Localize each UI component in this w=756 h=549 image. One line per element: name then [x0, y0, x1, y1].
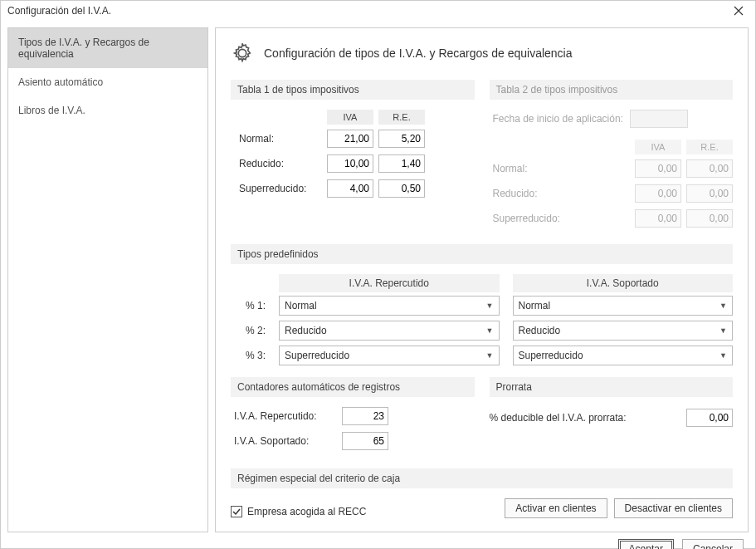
- tabla2-reducido-re: [686, 184, 733, 203]
- sidebar-item-label: Libros de I.V.A.: [18, 105, 85, 116]
- accept-button[interactable]: Aceptar: [618, 539, 674, 549]
- predef-row-3: % 3: Superreducido▼ Superreducido▼: [231, 346, 733, 365]
- row-label: Reducido:: [493, 188, 576, 199]
- row-label: Superreducido:: [493, 213, 576, 224]
- counter-row-sop: I.V.A. Soportado:: [231, 432, 475, 450]
- recc-row: Empresa acogida al RECC Activar en clien…: [231, 498, 733, 518]
- recc-checkbox-label: Empresa acogida al RECC: [247, 506, 366, 517]
- tabla2-date-input[interactable]: [630, 110, 688, 128]
- tabla1-super-iva[interactable]: [327, 179, 373, 198]
- tabla2-super-re: [686, 209, 733, 228]
- tabla2-head-iva: IVA: [635, 140, 681, 154]
- deactivate-clients-button[interactable]: Desactivar en clientes: [614, 498, 733, 518]
- panel-title: Configuración de tipos de I.V.A. y Recar…: [264, 47, 573, 60]
- chevron-down-icon: ▼: [719, 326, 727, 335]
- recc-checkbox[interactable]: [231, 506, 242, 517]
- tabla2-head: IVA R.E.: [493, 140, 734, 154]
- row-label: % 2:: [231, 325, 266, 336]
- select-value: Normal: [285, 300, 317, 311]
- tabla1-row-superreducido: Superreducido:: [239, 179, 475, 198]
- chevron-down-icon: ▼: [719, 351, 727, 360]
- predef-row-2: % 2: Reducido▼ Reducido▼: [231, 321, 733, 341]
- dialog-footer: Aceptar Cancelar: [1, 539, 755, 549]
- gear-icon: [231, 42, 254, 65]
- row-label: % 1:: [231, 300, 266, 311]
- main-panel: Configuración de tipos de I.V.A. y Recar…: [215, 27, 749, 532]
- select-value: Normal: [519, 300, 551, 311]
- tabla1-head-iva: IVA: [327, 110, 373, 125]
- close-button[interactable]: [729, 1, 749, 21]
- select-sop-1[interactable]: Normal▼: [513, 296, 734, 316]
- tabla1-super-re[interactable]: [378, 179, 425, 198]
- sidebar-item-tipos-iva[interactable]: Tipos de I.V.A. y Recargos de equivalenc…: [8, 28, 207, 68]
- tables-row: Tabla 1 de tipos impositivos IVA R.E. No…: [231, 80, 733, 234]
- cancel-button[interactable]: Cancelar: [682, 539, 744, 549]
- tabla2-normal-iva: [635, 159, 681, 178]
- tabla2-super-iva: [635, 209, 681, 228]
- select-sop-3[interactable]: Superreducido▼: [513, 346, 734, 365]
- tabla1-title: Tabla 1 de tipos impositivos: [231, 80, 475, 100]
- dialog-window: Configuración del I.V.A. Tipos de I.V.A.…: [0, 0, 756, 549]
- tabla1-head-re: R.E.: [378, 110, 425, 125]
- tabla1-normal-iva[interactable]: [327, 130, 373, 148]
- recc-checkbox-row[interactable]: Empresa acogida al RECC: [231, 506, 366, 517]
- prorrata-input[interactable]: [686, 409, 733, 427]
- counter-label: I.V.A. Repercutido:: [234, 410, 334, 422]
- predef-head-sop: I.V.A. Soportado: [513, 274, 734, 292]
- recc-btn-group: Activar en clientes Desactivar en client…: [505, 498, 733, 518]
- select-value: Superreducido: [285, 350, 349, 361]
- sidebar-item-libros[interactable]: Libros de I.V.A.: [8, 96, 207, 125]
- recc-title: Régimen especial del criterio de caja: [231, 468, 733, 488]
- close-icon: [734, 6, 744, 16]
- predef-head-rep: I.V.A. Repercutido: [279, 274, 500, 292]
- tabla1-reducido-re[interactable]: [378, 154, 425, 173]
- counter-label: I.V.A. Soportado:: [234, 435, 334, 447]
- activate-clients-button[interactable]: Activar en clientes: [505, 498, 607, 518]
- prorrata-col: Prorrata % deducible del I.V.A. prorrata…: [490, 377, 734, 457]
- tabla2-row-superreducido: Superreducido:: [493, 209, 734, 228]
- chevron-down-icon: ▼: [486, 301, 494, 310]
- tabla2-date-row: Fecha de inicio de aplicación:: [493, 110, 734, 128]
- prorrata-label: % deducible del I.V.A. prorrata:: [490, 412, 627, 424]
- counters-prorrata-row: Contadores automáticos de registros I.V.…: [231, 377, 733, 457]
- tabla2-col: Tabla 2 de tipos impositivos Fecha de in…: [490, 80, 734, 234]
- row-label: Reducido:: [239, 158, 322, 169]
- select-sop-2[interactable]: Reducido▼: [513, 321, 734, 341]
- sidebar: Tipos de I.V.A. y Recargos de equivalenc…: [7, 27, 208, 532]
- prorrata-title: Prorrata: [490, 377, 734, 397]
- chevron-down-icon: ▼: [719, 301, 727, 310]
- select-rep-1[interactable]: Normal▼: [279, 296, 500, 316]
- counter-row-rep: I.V.A. Repercutido:: [231, 407, 475, 425]
- counter-sop-input[interactable]: [342, 432, 388, 450]
- tabla1-normal-re[interactable]: [378, 130, 425, 148]
- sidebar-item-asiento[interactable]: Asiento automático: [8, 68, 207, 96]
- select-rep-3[interactable]: Superreducido▼: [279, 346, 500, 365]
- chevron-down-icon: ▼: [486, 326, 494, 335]
- predef-title: Tipos predefinidos: [231, 244, 733, 264]
- select-rep-2[interactable]: Reducido▼: [279, 321, 500, 341]
- tabla1-reducido-iva[interactable]: [327, 154, 373, 173]
- sidebar-item-label: Asiento automático: [18, 76, 103, 88]
- tabla2-row-normal: Normal:: [493, 159, 734, 178]
- tabla2-row-reducido: Reducido:: [493, 184, 734, 203]
- tabla2-head-re: R.E.: [686, 140, 733, 154]
- select-value: Reducido: [519, 325, 561, 336]
- row-label: Superreducido:: [239, 183, 322, 194]
- sidebar-item-label: Tipos de I.V.A. y Recargos de equivalenc…: [18, 37, 149, 60]
- content-area: Tipos de I.V.A. y Recargos de equivalenc…: [1, 21, 755, 539]
- tabla1-row-normal: Normal:: [239, 130, 475, 148]
- titlebar: Configuración del I.V.A.: [1, 1, 755, 21]
- tabla1-col: Tabla 1 de tipos impositivos IVA R.E. No…: [231, 80, 475, 234]
- row-label: Normal:: [493, 163, 576, 174]
- row-label: Normal:: [239, 133, 322, 145]
- tabla2-title: Tabla 2 de tipos impositivos: [490, 80, 734, 100]
- counter-rep-input[interactable]: [342, 407, 388, 425]
- panel-header: Configuración de tipos de I.V.A. y Recar…: [231, 42, 733, 65]
- predef-head-row: I.V.A. Repercutido I.V.A. Soportado: [279, 274, 733, 292]
- date-label: Fecha de inicio de aplicación:: [493, 113, 623, 125]
- prorrata-row: % deducible del I.V.A. prorrata:: [490, 409, 734, 427]
- window-title: Configuración del I.V.A.: [7, 5, 111, 17]
- tabla1-head: IVA R.E.: [239, 110, 475, 125]
- counters-col: Contadores automáticos de registros I.V.…: [231, 377, 475, 457]
- check-icon: [232, 507, 241, 516]
